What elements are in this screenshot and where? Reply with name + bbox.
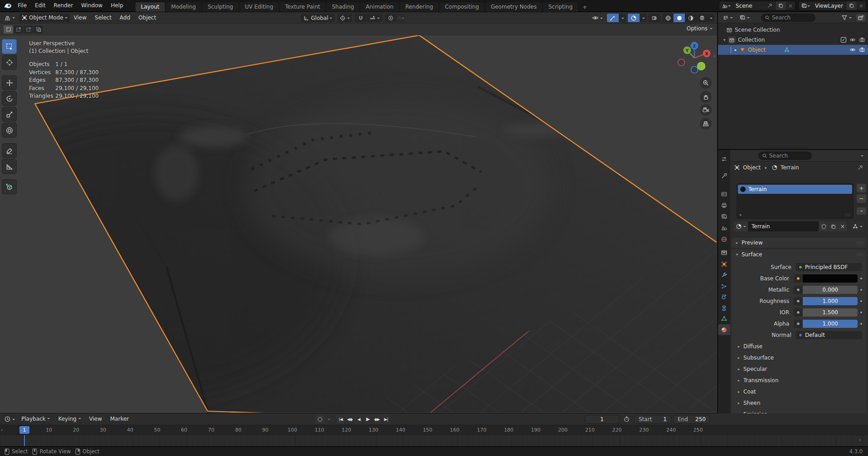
surface-shader-menu[interactable]: Principled BSDF	[796, 263, 862, 271]
menu-keying[interactable]: Keying	[54, 413, 85, 425]
select-set-button[interactable]	[4, 25, 13, 34]
panel-coat[interactable]: ▸Coat	[732, 386, 867, 397]
new-collection-button[interactable]	[856, 14, 866, 22]
tab-output[interactable]	[718, 200, 730, 211]
proportional-editing-toggle[interactable]	[385, 14, 397, 22]
tab-constraints[interactable]	[718, 302, 730, 313]
outliner-editor-type-button[interactable]	[720, 13, 735, 22]
next-keyframe-button[interactable]: ◆▶	[373, 415, 381, 424]
tab-sculpting[interactable]: Sculpting	[202, 2, 238, 12]
proportional-falloff-dropdown[interactable]	[398, 14, 404, 22]
pin-scene-icon[interactable]	[765, 1, 775, 10]
tab-object-data[interactable]	[718, 313, 730, 324]
socket-chip[interactable]	[794, 320, 803, 328]
gizmo-axis-z-neg[interactable]	[691, 67, 698, 73]
tab-texture-paint[interactable]: Texture Paint	[280, 2, 325, 12]
alpha-slider[interactable]: 1.000	[803, 320, 858, 328]
shading-solid-button[interactable]	[674, 14, 685, 22]
tab-layout[interactable]: Layout	[136, 2, 165, 12]
viewport-sidebar-arrow[interactable]: ‹	[713, 53, 715, 58]
material-slot-active[interactable]: Terrain	[738, 185, 852, 194]
tool-scale[interactable]	[2, 107, 17, 122]
expand-icon[interactable]: ▸	[740, 212, 742, 217]
collection-checkbox[interactable]: ✓	[841, 37, 846, 43]
delete-view-layer-button[interactable]: ×	[857, 1, 866, 10]
timeline-ruler[interactable]: 1020304050607080901001101201301401501601…	[0, 425, 868, 435]
shading-options-dropdown[interactable]	[708, 14, 714, 22]
socket-chip[interactable]	[794, 274, 803, 283]
tab-material[interactable]	[718, 324, 730, 335]
menu-file[interactable]: File	[14, 0, 31, 11]
tab-rendering[interactable]: Rendering	[400, 2, 438, 12]
material-slot-list[interactable]: Terrain ▸ ::::	[737, 183, 853, 219]
overlays-dropdown[interactable]	[640, 14, 647, 22]
fake-user-button[interactable]	[819, 221, 828, 231]
tab-collection[interactable]	[718, 247, 730, 258]
timeline-editor-type-button[interactable]	[2, 415, 17, 423]
tool-measure[interactable]	[2, 159, 17, 174]
add-slot-button[interactable]: +	[856, 183, 867, 193]
tool-add-cube[interactable]	[2, 179, 17, 194]
outliner-row-scene-collection[interactable]: Scene Collection	[718, 25, 868, 35]
delete-scene-button[interactable]: ×	[786, 1, 795, 10]
outliner-row-collection[interactable]: ▾ Collection ✓	[718, 35, 868, 45]
new-material-button[interactable]	[829, 221, 838, 231]
playhead[interactable]	[24, 435, 25, 446]
animate-dot[interactable]	[860, 312, 862, 313]
gizmo-axis-x-neg[interactable]	[678, 59, 685, 66]
mode-dropdown[interactable]: Object Mode	[19, 14, 70, 22]
ruler-left-arrow[interactable]: ‹	[1, 427, 3, 432]
show-overlays-toggle[interactable]	[628, 14, 640, 22]
menu-view-timeline[interactable]: View	[85, 413, 106, 425]
tab-world[interactable]	[718, 234, 730, 245]
panel-sheen[interactable]: ▸Sheen	[732, 397, 867, 408]
shading-rendered-button[interactable]	[696, 14, 708, 22]
shading-wireframe-button[interactable]	[662, 14, 674, 22]
animate-dot[interactable]	[860, 300, 862, 302]
tab-compositing[interactable]: Compositing	[439, 2, 484, 12]
grip-icon[interactable]: ::::	[845, 212, 850, 217]
xray-toggle[interactable]	[649, 14, 660, 22]
play-button[interactable]: ▶	[364, 415, 372, 424]
new-scene-button[interactable]	[775, 1, 786, 10]
view-layer-name[interactable]: ViewLayer	[812, 3, 846, 9]
tab-modifiers[interactable]	[718, 269, 730, 280]
socket-chip[interactable]	[794, 308, 803, 317]
menu-help[interactable]: Help	[107, 0, 127, 11]
tab-object[interactable]	[718, 259, 730, 269]
timeline-tracks[interactable]: ‹	[0, 435, 868, 446]
animate-dot[interactable]	[860, 323, 862, 325]
end-frame-field[interactable]: End 250	[673, 415, 710, 424]
scene-name[interactable]: Scene	[733, 3, 765, 9]
material-name-field[interactable]: Terrain	[748, 221, 819, 231]
animate-dot[interactable]	[860, 278, 862, 279]
hide-in-viewport-icon[interactable]	[849, 37, 856, 43]
outliner-search-input[interactable]: Search	[761, 14, 815, 22]
gizmo-axis-y-neg[interactable]	[698, 62, 705, 70]
snap-target-dropdown[interactable]	[367, 14, 382, 22]
navigation-gizmo[interactable]: Z Y X	[673, 35, 717, 139]
properties-options-dropdown[interactable]	[861, 155, 863, 158]
surface-panel-header[interactable]: ▾ Surface ::::	[732, 250, 867, 259]
show-gizmo-toggle[interactable]	[607, 14, 619, 22]
tab-scripting[interactable]: Scripting	[543, 2, 578, 12]
auto-keying-toggle[interactable]	[315, 415, 325, 424]
snap-toggle[interactable]	[355, 14, 367, 22]
orientation-dropdown[interactable]: Global	[301, 14, 335, 22]
normal-menu[interactable]: Default	[796, 331, 862, 339]
tool-move[interactable]	[2, 75, 17, 90]
breadcrumb-object[interactable]: Object	[743, 164, 761, 171]
panel-specular[interactable]: ▸Specular	[732, 363, 867, 374]
tab-particles[interactable]	[718, 281, 730, 292]
blender-logo-icon[interactable]	[2, 1, 14, 10]
play-reverse-button[interactable]: ◀	[354, 415, 363, 424]
pin-id-icon[interactable]	[857, 164, 863, 171]
animate-dot[interactable]	[860, 289, 862, 291]
menu-view[interactable]: View	[70, 12, 91, 24]
shading-material-button[interactable]	[685, 14, 696, 22]
pan-view-button[interactable]	[700, 91, 712, 103]
add-workspace-button[interactable]: +	[579, 3, 591, 12]
outliner-row-object[interactable]: ▸ Object	[718, 45, 868, 55]
menu-select[interactable]: Select	[91, 12, 116, 24]
metallic-slider[interactable]: 0.000	[803, 286, 858, 294]
